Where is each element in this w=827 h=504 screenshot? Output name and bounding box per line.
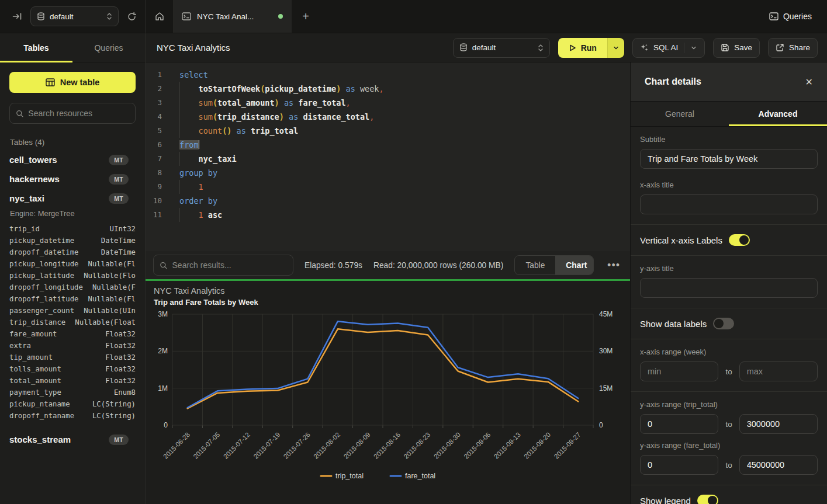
query-toolbar: NYC Taxi Analytics default Run SQL AI — [146, 33, 827, 62]
column-type: UInt32 — [110, 223, 136, 235]
x-axis-label: 2015-06-28 — [162, 431, 191, 460]
table-item-stocks-stream[interactable]: stocks_stream MT — [9, 430, 136, 449]
new-tab-button[interactable]: + — [292, 0, 320, 33]
search-resources-input[interactable] — [28, 109, 129, 118]
view-toggle-table[interactable]: Table — [515, 256, 555, 274]
sql-ai-button[interactable]: SQL AI — [632, 38, 705, 58]
line-number: 4 — [146, 110, 171, 124]
home-tab[interactable] — [146, 0, 174, 33]
chart-details-panel: Chart details ✕ General Advanced Subtitl… — [630, 62, 827, 504]
view-toggle-chart[interactable]: Chart — [555, 256, 594, 274]
database-icon — [459, 43, 468, 52]
run-options-button[interactable] — [607, 38, 624, 58]
column-name: trip_id — [9, 223, 40, 235]
sql-editor[interactable]: 1select2 toStartOfWeek(pickup_datetime) … — [146, 62, 630, 251]
xaxis-title-input[interactable] — [640, 194, 818, 214]
svg-text:0: 0 — [164, 421, 168, 429]
terminal-icon — [182, 12, 191, 20]
refresh-icon[interactable] — [127, 12, 137, 22]
column-name: pickup_latitude — [9, 270, 74, 281]
x-axis-label: 2015-09-13 — [493, 431, 522, 460]
column-type: Nullable(Fl — [88, 293, 136, 305]
yaxis-range1-section: y-axis range (trip_total) to — [631, 392, 827, 439]
table-item-cell-towers[interactable]: cell_towers MT — [9, 150, 136, 169]
column-row: fare_amountFloat32 — [9, 328, 136, 340]
tab-queries[interactable]: Queries — [72, 33, 145, 62]
svg-text:3M: 3M — [158, 310, 168, 318]
column-type: Nullable(Flo — [84, 270, 136, 281]
table-name: stocks_stream — [9, 435, 71, 444]
search-results-input[interactable] — [172, 260, 287, 270]
share-button[interactable]: Share — [768, 38, 818, 58]
line-chart-canvas: 001M15M2M30M3M45M2015-06-282015-07-05201… — [146, 281, 630, 504]
top-bar: default NYC Taxi Anal... + Queries — [0, 0, 827, 33]
column-row: dropoff_longitudeNullable(F — [9, 281, 136, 293]
svg-text:2M: 2M — [158, 347, 168, 355]
engine-label: Engine: MergeTree — [10, 209, 136, 218]
column-name: pickup_ntaname — [9, 398, 70, 410]
new-table-button[interactable]: New table — [9, 72, 136, 93]
queries-button[interactable]: Queries — [754, 0, 827, 33]
tab-advanced[interactable]: Advanced — [729, 102, 827, 126]
collapse-sidebar-icon[interactable] — [12, 11, 22, 22]
code-line: 9 1 — [146, 180, 630, 194]
yaxis-range1-min-input[interactable] — [640, 414, 718, 434]
query-tab[interactable]: NYC Taxi Anal... — [174, 0, 292, 33]
close-icon[interactable]: ✕ — [805, 77, 813, 88]
column-name: dropoff_longitude — [9, 281, 83, 293]
xaxis-range-min-input[interactable] — [640, 362, 718, 381]
code-line: 11 1 asc — [146, 208, 630, 222]
column-row: pickup_longitudeNullable(Fl — [9, 258, 136, 270]
to-label: to — [725, 461, 732, 470]
column-name: dropoff_datetime — [9, 246, 78, 258]
svg-text:1M: 1M — [158, 384, 168, 392]
results-search — [153, 255, 293, 276]
vertical-xaxis-labels-toggle[interactable] — [729, 234, 750, 246]
chevron-down-icon — [613, 44, 620, 51]
table-item-hackernews[interactable]: hackernews MT — [9, 169, 136, 189]
yaxis-range2-min-input[interactable] — [640, 455, 718, 475]
svg-text:45M: 45M — [599, 310, 613, 318]
table-item-nyc-taxi[interactable]: nyc_taxi MT — [9, 189, 136, 208]
show-legend-toggle[interactable] — [697, 495, 718, 504]
line-number: 10 — [146, 194, 171, 208]
tab-general[interactable]: General — [631, 102, 729, 126]
database-selector-value: default — [472, 43, 496, 52]
save-button[interactable]: Save — [713, 38, 760, 58]
column-type: LC(String) — [92, 410, 136, 422]
line-number: 2 — [146, 82, 171, 96]
to-label: to — [725, 367, 732, 376]
yaxis-title-input[interactable] — [640, 278, 818, 298]
show-data-labels-row: Show data labels — [631, 308, 827, 339]
yaxis-range2-max-input[interactable] — [739, 455, 818, 475]
column-type: Float32 — [105, 375, 136, 387]
column-row: passenger_countNullable(UIn — [9, 305, 136, 317]
code-line: 6from — [146, 138, 630, 152]
column-type: Nullable(UIn — [84, 305, 136, 317]
engine-badge: MT — [109, 193, 129, 204]
column-row: trip_idUInt32 — [9, 223, 136, 235]
line-number: 7 — [146, 152, 171, 166]
view-toggle: Table Chart — [514, 255, 594, 275]
subtitle-input[interactable] — [640, 149, 818, 169]
search-icon — [160, 261, 168, 270]
yaxis-title-section: y-axis title — [631, 256, 827, 308]
tab-tables[interactable]: Tables — [0, 33, 72, 62]
code-line: 7 nyc_taxi — [146, 152, 630, 166]
column-name: dropoff_ntaname — [9, 410, 74, 422]
yaxis-range1-max-input[interactable] — [739, 414, 818, 434]
x-axis-label: 2015-09-27 — [553, 431, 582, 460]
sidebar-search — [9, 103, 136, 124]
line-number: 9 — [146, 180, 171, 194]
table-name: nyc_taxi — [9, 193, 44, 203]
xaxis-range-max-input[interactable] — [739, 362, 818, 381]
more-options-icon[interactable]: ••• — [605, 259, 622, 272]
vertical-xaxis-labels-row: Vertical x-axis Labels — [631, 225, 827, 256]
xaxis-title-label: x-axis title — [640, 180, 818, 189]
column-type: Float32 — [105, 352, 136, 363]
run-button[interactable]: Run — [558, 38, 607, 58]
database-selector[interactable]: default — [453, 38, 550, 58]
column-name: tip_amount — [9, 352, 53, 363]
database-selector[interactable]: default — [30, 6, 119, 26]
show-data-labels-toggle[interactable] — [713, 318, 734, 329]
